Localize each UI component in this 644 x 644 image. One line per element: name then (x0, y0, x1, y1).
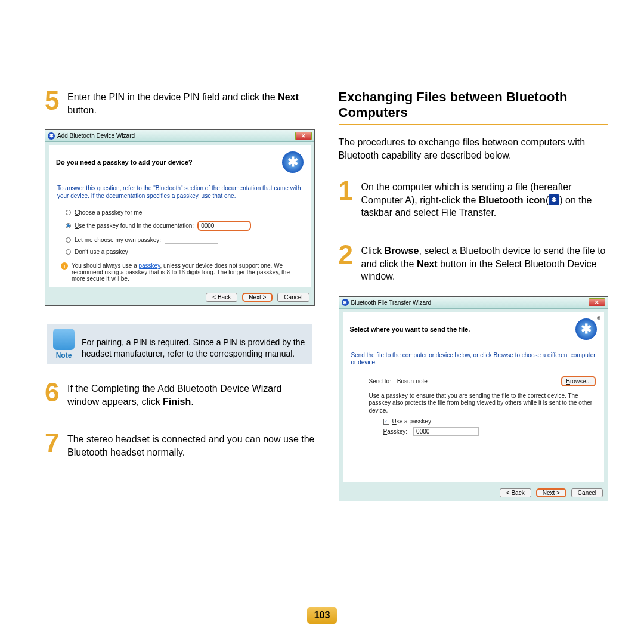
step-number: 1 (339, 179, 357, 219)
step-1: 1 On the computer which is sending a fil… (339, 179, 609, 219)
radio-use-documentation[interactable]: Use the passkey found in the documentati… (57, 218, 302, 233)
bluetooth-icon: ✱ (48, 132, 55, 140)
next-button[interactable]: Next > (536, 488, 566, 497)
bluetooth-logo-icon: ✱ (575, 318, 597, 340)
step-number: 7 (45, 432, 63, 459)
radio-choose-for-me[interactable]: CChoose a passkey for mehoose a passkey … (57, 207, 302, 218)
section-heading: Exchanging Files between Bluetooth Compu… (339, 89, 609, 125)
dialog-heading: Select where you want to send the file. (350, 326, 470, 333)
back-button[interactable]: < Back (500, 488, 531, 497)
use-passkey-checkbox[interactable]: ✓Use a passkeyUse a passkey (351, 414, 596, 426)
passkey-label: Passkey:Passkey: (383, 428, 408, 435)
step-5: 5 Enter the PIN in the device PIN field … (45, 89, 315, 116)
passkey-input[interactable]: 0000 (413, 427, 479, 436)
step-number: 5 (45, 89, 63, 116)
bluetooth-taskbar-icon: ✱ (549, 194, 559, 205)
step-number: 2 (339, 243, 357, 283)
step-number: 6 (45, 381, 63, 408)
close-button[interactable]: ✕ (589, 298, 605, 306)
dialog-title: Add Bluetooth Device Wizard (57, 132, 135, 139)
step-text: The stereo headset is connected and you … (67, 432, 315, 459)
page-number: 103 (307, 607, 337, 624)
bluetooth-logo-icon: ✱ (282, 151, 304, 173)
browse-button[interactable]: Browse...Browse... (561, 376, 596, 386)
radio-no-passkey[interactable]: Don't use a passkeyDon't use a passkey (57, 246, 302, 258)
note-box: Note For pairing, a PIN is required. Sin… (47, 324, 312, 364)
dialog-titlebar: ✱ Add Bluetooth Device Wizard ✕ (45, 130, 314, 142)
add-bluetooth-dialog: ✱ Add Bluetooth Device Wizard ✕ Do you n… (45, 129, 315, 306)
passkey-input[interactable]: 0000 (197, 221, 251, 231)
note-label: Note (53, 351, 75, 360)
step-2: 2 Click Browse, select a Bluetooth devic… (339, 243, 609, 283)
sendto-value: Bosun-note (397, 378, 556, 385)
next-button[interactable]: Next > (242, 293, 273, 302)
file-transfer-dialog: ✱ Bluetooth File Transfer Wizard ✕ Selec… (339, 296, 609, 502)
cancel-button[interactable]: Cancel (277, 293, 309, 302)
step-text: Enter the PIN in the device PIN field an… (67, 89, 315, 116)
note-icon (53, 329, 75, 350)
step-7: 7 The stereo headset is connected and yo… (45, 432, 315, 459)
dialog-hint: Send the file to the computer or device … (351, 352, 596, 367)
cancel-button[interactable]: Cancel (571, 488, 603, 497)
step-text: Click Browse, select a Bluetooth device … (361, 243, 609, 283)
radio-own-passkey[interactable]: Let me choose my own passkey:Let me choo… (57, 233, 302, 246)
sendto-label: Send to: (369, 378, 391, 385)
bluetooth-icon: ✱ (342, 299, 349, 306)
dialog-titlebar: ✱ Bluetooth File Transfer Wizard ✕ (339, 297, 608, 309)
note-text: For pairing, a PIN is required. Since a … (82, 337, 306, 360)
step-6: 6 If the Completing the Add Bluetooth De… (45, 381, 315, 408)
close-button[interactable]: ✕ (295, 132, 312, 140)
back-button[interactable]: < Back (206, 293, 237, 302)
dialog-heading: Do you need a passkey to add your device… (56, 159, 193, 166)
step-text: If the Completing the Add Bluetooth Devi… (67, 381, 315, 408)
dialog-hint: To answer this question, refer to the "B… (57, 185, 302, 200)
dialog-title: Bluetooth File Transfer Wizard (351, 299, 432, 306)
passkey-link[interactable]: passkey (139, 262, 160, 269)
section-intro: The procedures to exchange files between… (339, 136, 609, 162)
step-text: On the computer which is sending a file … (361, 179, 609, 219)
info-icon: i (61, 262, 68, 270)
passkey-hint: Use a passkey to ensure that you are sen… (369, 392, 596, 415)
passkey-info: i You should always use a passkey, unles… (57, 258, 302, 282)
